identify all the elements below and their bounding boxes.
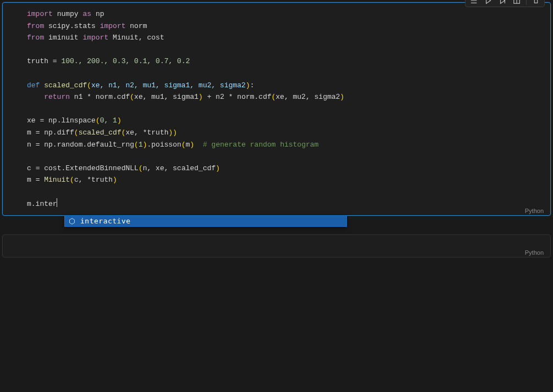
code-cell-1[interactable]: import numpy as np from scipy.stats impo… bbox=[2, 2, 551, 216]
code-editor[interactable]: import numpy as np from scipy.stats impo… bbox=[3, 3, 550, 215]
code-editor-empty[interactable] bbox=[3, 235, 550, 257]
language-indicator[interactable]: Python bbox=[522, 248, 547, 257]
execute-below-icon[interactable] bbox=[496, 0, 508, 5]
autocomplete-item-interactive[interactable]: interactive bbox=[65, 216, 346, 226]
text-cursor bbox=[57, 198, 57, 207]
run-by-line-icon[interactable] bbox=[468, 0, 480, 5]
split-cell-icon[interactable] bbox=[511, 0, 523, 5]
language-indicator[interactable]: Python bbox=[522, 206, 547, 215]
cell-toolbar bbox=[465, 0, 545, 7]
delete-cell-icon[interactable] bbox=[530, 0, 542, 5]
code-cell-2[interactable]: Python bbox=[2, 234, 551, 257]
autocomplete-popup[interactable]: interactive bbox=[64, 215, 347, 227]
run-cell-icon[interactable] bbox=[482, 0, 494, 5]
keyword-import: import bbox=[27, 10, 53, 18]
toolbar-separator bbox=[526, 0, 527, 5]
symbol-method-icon bbox=[68, 217, 76, 225]
autocomplete-label: interactive bbox=[80, 217, 131, 225]
